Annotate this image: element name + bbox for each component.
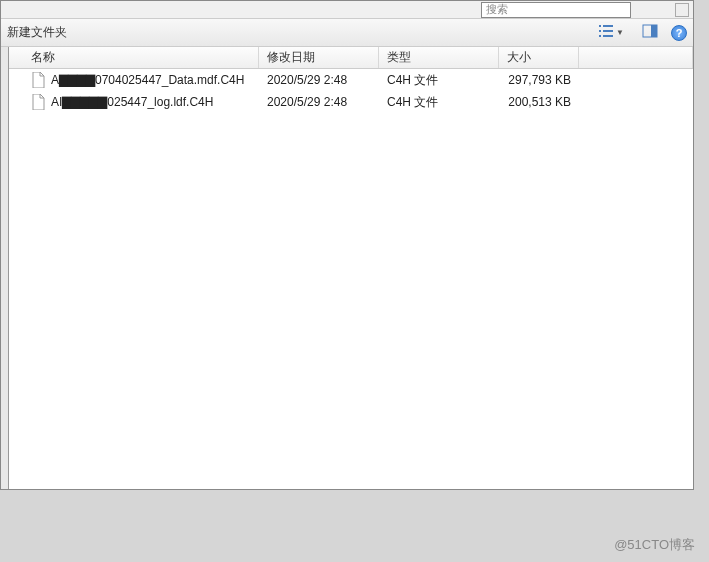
svg-rect-0 (599, 25, 601, 27)
svg-rect-1 (603, 25, 613, 27)
window-control-icon[interactable] (675, 3, 689, 17)
content-area: 名称 修改日期 类型 大小 A▇▇▇▇0704025447_Data.mdf.C… (1, 47, 693, 489)
file-icon (31, 72, 45, 88)
new-folder-button[interactable]: 新建文件夹 (7, 24, 67, 41)
help-icon[interactable]: ? (671, 25, 687, 41)
svg-rect-5 (603, 35, 613, 37)
file-name: A▇▇▇▇0704025447_Data.mdf.C4H (51, 73, 244, 87)
table-row[interactable]: A▇▇▇▇0704025447_Data.mdf.C4H 2020/5/29 2… (9, 69, 693, 91)
file-size: 297,793 KB (499, 73, 579, 87)
file-list-view[interactable]: 名称 修改日期 类型 大小 A▇▇▇▇0704025447_Data.mdf.C… (9, 47, 693, 489)
toolbar: 新建文件夹 ▼ ? (1, 19, 693, 47)
column-headers: 名称 修改日期 类型 大小 (9, 47, 693, 69)
watermark-text: @51CTO博客 (614, 536, 695, 554)
address-bar-row: 搜索 (1, 1, 693, 19)
search-placeholder: 搜索 (486, 2, 508, 17)
column-header-name[interactable]: 名称 (9, 47, 259, 68)
file-icon (31, 94, 45, 110)
svg-rect-7 (651, 25, 657, 37)
preview-pane-icon (642, 23, 658, 42)
preview-pane-button[interactable] (637, 20, 663, 45)
search-input[interactable]: 搜索 (481, 2, 631, 18)
svg-rect-2 (599, 30, 601, 32)
view-mode-dropdown[interactable]: ▼ (593, 20, 629, 45)
file-type: C4H 文件 (379, 72, 499, 89)
file-type: C4H 文件 (379, 94, 499, 111)
view-list-icon (598, 23, 614, 42)
file-name: AI▇▇▇▇▇025447_log.ldf.C4H (51, 95, 213, 109)
column-header-type[interactable]: 类型 (379, 47, 499, 68)
column-header-spacer (579, 47, 693, 68)
file-date: 2020/5/29 2:48 (259, 95, 379, 109)
table-row[interactable]: AI▇▇▇▇▇025447_log.ldf.C4H 2020/5/29 2:48… (9, 91, 693, 113)
nav-pane-edge[interactable] (1, 47, 9, 489)
svg-rect-4 (599, 35, 601, 37)
file-size: 200,513 KB (499, 95, 579, 109)
file-date: 2020/5/29 2:48 (259, 73, 379, 87)
explorer-window: 搜索 新建文件夹 ▼ ? (0, 0, 694, 490)
column-header-date[interactable]: 修改日期 (259, 47, 379, 68)
chevron-down-icon: ▼ (616, 28, 624, 37)
svg-rect-3 (603, 30, 613, 32)
column-header-size[interactable]: 大小 (499, 47, 579, 68)
